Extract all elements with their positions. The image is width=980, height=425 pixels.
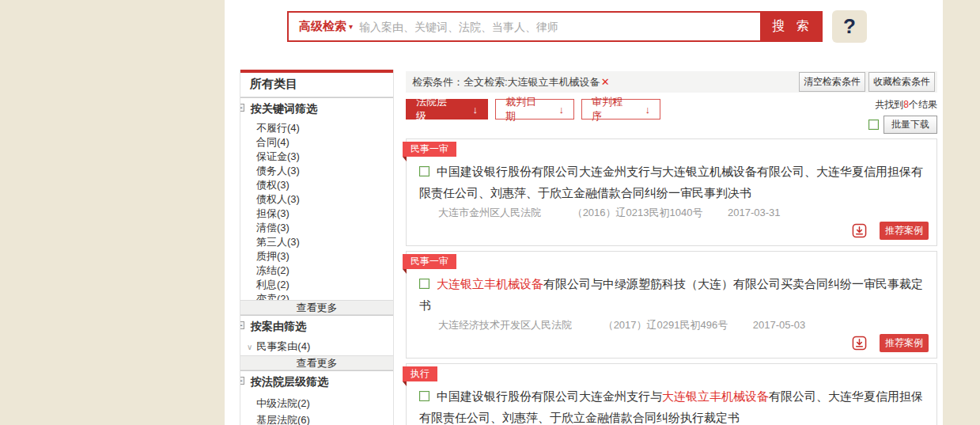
section-header-keyword-label: 按关键词筛选 bbox=[251, 102, 317, 115]
advanced-search-dropdown[interactable]: 高级检索 ▾ bbox=[289, 19, 359, 34]
filter-item[interactable]: 合同(4) bbox=[240, 135, 393, 150]
result-checkbox[interactable] bbox=[419, 279, 429, 289]
search-input[interactable] bbox=[359, 13, 760, 40]
collapse-icon[interactable]: − bbox=[240, 104, 244, 112]
recommend-case-button[interactable]: 推荐案例 bbox=[880, 334, 929, 352]
select-all-checkbox[interactable] bbox=[868, 120, 879, 130]
case-number: （2016）辽0213民初1040号 bbox=[573, 207, 703, 218]
results-panel: 检索条件： 全文检索:大连银立丰机械设备 ✕ 清空检索条件 收藏检索条件 法院层… bbox=[406, 71, 937, 425]
chevron-down-icon: ∨ bbox=[247, 343, 252, 351]
case-title-link[interactable]: 中国建设银行股份有限公司大连金州支行与大连银立丰机械设备有限公司、大连华夏信用担… bbox=[419, 385, 924, 425]
filter-item[interactable]: 不履行(4) bbox=[240, 121, 393, 135]
arrow-down-icon: ↓ bbox=[645, 104, 651, 116]
remove-criteria-icon[interactable]: ✕ bbox=[601, 76, 610, 88]
collapse-icon[interactable]: − bbox=[240, 377, 244, 385]
judgment-date: 2017-03-31 bbox=[728, 207, 781, 218]
filter-item-cause[interactable]: ∨民事案由(4) bbox=[240, 337, 393, 355]
filter-item[interactable]: 利息(2) bbox=[240, 278, 393, 292]
filter-item[interactable]: 中级法院(2) bbox=[240, 395, 393, 412]
help-button[interactable]: ? bbox=[832, 10, 867, 43]
title-highlight: 大连银立丰机械设备 bbox=[437, 277, 543, 290]
title-highlight: 大连银立丰机械设备 bbox=[662, 389, 769, 403]
filter-item[interactable]: 变卖(2) bbox=[240, 292, 393, 300]
clear-criteria-button[interactable]: 清空检索条件 bbox=[799, 72, 865, 92]
case-meta: 大连经济技术开发区人民法院 （2017）辽0291民初496号 2017-05-… bbox=[438, 318, 924, 332]
sort-button-trial-procedure[interactable]: 审判程序 ↓ bbox=[581, 99, 660, 120]
arrow-down-icon: ↓ bbox=[473, 104, 479, 116]
search-bar: 高级检索 ▾ 搜 索 bbox=[287, 11, 823, 42]
sort-button-judgment-date[interactable]: 裁判日期 ↓ bbox=[495, 99, 574, 120]
court-level-list: 中级法院(2) 基层法院(6) bbox=[240, 393, 393, 425]
download-icon[interactable] bbox=[852, 223, 867, 238]
card-actions: 推荐案例 bbox=[852, 334, 929, 352]
filter-item[interactable]: 清偿(3) bbox=[240, 221, 393, 235]
section-header-cause: − 按案由筛选 bbox=[240, 315, 393, 337]
case-title-link[interactable]: 大连银立丰机械设备有限公司与中绿源塑筋科技（大连）有限公司买卖合同纠纷一审民事裁… bbox=[419, 273, 924, 316]
court-name: 大连市金州区人民法院 bbox=[438, 207, 541, 218]
sidebar-title: 所有类目 bbox=[240, 73, 393, 97]
filter-item[interactable]: 债务人(3) bbox=[240, 164, 393, 178]
see-more-causes[interactable]: 查看更多 bbox=[240, 355, 393, 370]
procedure-tag: 民事一审 bbox=[403, 142, 456, 157]
result-checkbox[interactable] bbox=[419, 166, 429, 176]
sort-label: 法院层级 bbox=[416, 95, 456, 123]
sort-button-court-level[interactable]: 法院层级 ↓ bbox=[406, 99, 488, 120]
count-number: 8 bbox=[903, 99, 909, 110]
title-text: 中国建设银行股份有限公司大连金州支行与大连银立机械设备有限公司、大连华夏信用担保… bbox=[419, 165, 923, 199]
collapse-icon[interactable]: − bbox=[240, 321, 244, 329]
procedure-tag: 民事一审 bbox=[403, 254, 456, 269]
filter-item[interactable]: 债权(3) bbox=[240, 178, 393, 192]
criteria-label: 检索条件： bbox=[412, 75, 464, 89]
result-card: 民事一审 中国建设银行股份有限公司大连金州支行与大连银立机械设备有限公司、大连华… bbox=[406, 139, 937, 246]
court-name: 大连经济技术开发区人民法院 bbox=[438, 319, 572, 331]
see-more-keywords[interactable]: 查看更多 bbox=[240, 300, 393, 315]
case-number: （2017）辽0291民初496号 bbox=[604, 319, 728, 331]
case-title-link[interactable]: 中国建设银行股份有限公司大连金州支行与大连银立机械设备有限公司、大连华夏信用担保… bbox=[419, 161, 924, 203]
search-button[interactable]: 搜 索 bbox=[760, 13, 821, 40]
batch-download-row: 批量下载 bbox=[868, 116, 937, 134]
section-header-cause-label: 按案由筛选 bbox=[251, 320, 306, 332]
card-actions: 推荐案例 bbox=[852, 222, 929, 240]
keyword-filter-list: 不履行(4) 合同(4) 保证金(3) 债务人(3) 债权(3) 债权人(3) … bbox=[240, 120, 393, 300]
count-suffix: 个结果 bbox=[909, 99, 937, 110]
case-meta: 大连市金州区人民法院 （2016）辽0213民初1040号 2017-03-31 bbox=[438, 206, 924, 220]
favorite-criteria-button[interactable]: 收藏检索条件 bbox=[868, 72, 935, 92]
result-checkbox[interactable] bbox=[419, 391, 429, 401]
filter-item[interactable]: 担保(3) bbox=[240, 207, 393, 221]
result-card: 执行 中国建设银行股份有限公司大连金州支行与大连银立丰机械设备有限公司、大连华夏… bbox=[406, 363, 937, 425]
section-header-court-level-label: 按法院层级筛选 bbox=[251, 375, 328, 388]
section-header-court-level: − 按法院层级筛选 bbox=[240, 370, 393, 393]
batch-download-button[interactable]: 批量下载 bbox=[884, 116, 937, 134]
recommend-case-button[interactable]: 推荐案例 bbox=[880, 222, 929, 240]
chevron-down-icon: ▾ bbox=[349, 22, 353, 31]
count-prefix: 共找到 bbox=[875, 99, 903, 110]
section-header-keyword: − 按关键词筛选 bbox=[240, 97, 393, 120]
filter-item[interactable]: 冻结(2) bbox=[240, 264, 393, 278]
judgment-date: 2017-05-03 bbox=[753, 319, 806, 331]
criteria-value: 全文检索:大连银立丰机械设备 bbox=[464, 75, 600, 89]
filter-item[interactable]: 质押(3) bbox=[240, 249, 393, 264]
criteria-bar: 检索条件： 全文检索:大连银立丰机械设备 ✕ 清空检索条件 收藏检索条件 bbox=[406, 71, 937, 93]
result-count: 共找到8个结果 bbox=[868, 99, 937, 110]
filter-item[interactable]: 债权人(3) bbox=[240, 192, 393, 207]
filter-item[interactable]: 第三人(3) bbox=[240, 235, 393, 249]
result-count-area: 共找到8个结果 批量下载 bbox=[868, 99, 937, 134]
download-icon[interactable] bbox=[852, 336, 867, 351]
filter-item[interactable]: 基层法院(6) bbox=[240, 412, 393, 425]
arrow-down-icon: ↓ bbox=[559, 104, 565, 116]
sort-label: 裁判日期 bbox=[505, 95, 542, 123]
filter-item-cause-label: 民事案由(4) bbox=[256, 340, 310, 352]
title-text: 中国建设银行股份有限公司大连金州支行与 bbox=[437, 389, 662, 403]
sort-row: 法院层级 ↓ 裁判日期 ↓ 审判程序 ↓ 共找到8个结果 批量下载 bbox=[406, 99, 937, 134]
filter-item[interactable]: 保证金(3) bbox=[240, 150, 393, 164]
result-card: 民事一审 大连银立丰机械设备有限公司与中绿源塑筋科技（大连）有限公司买卖合同纠纷… bbox=[406, 251, 937, 359]
advanced-search-label: 高级检索 bbox=[299, 19, 346, 34]
sort-label: 审判程序 bbox=[592, 95, 628, 123]
result-list: 民事一审 中国建设银行股份有限公司大连金州支行与大连银立机械设备有限公司、大连华… bbox=[406, 139, 937, 425]
procedure-tag: 执行 bbox=[403, 366, 437, 381]
filter-sidebar: 所有类目 − 按关键词筛选 不履行(4) 合同(4) 保证金(3) 债务人(3)… bbox=[240, 70, 394, 425]
